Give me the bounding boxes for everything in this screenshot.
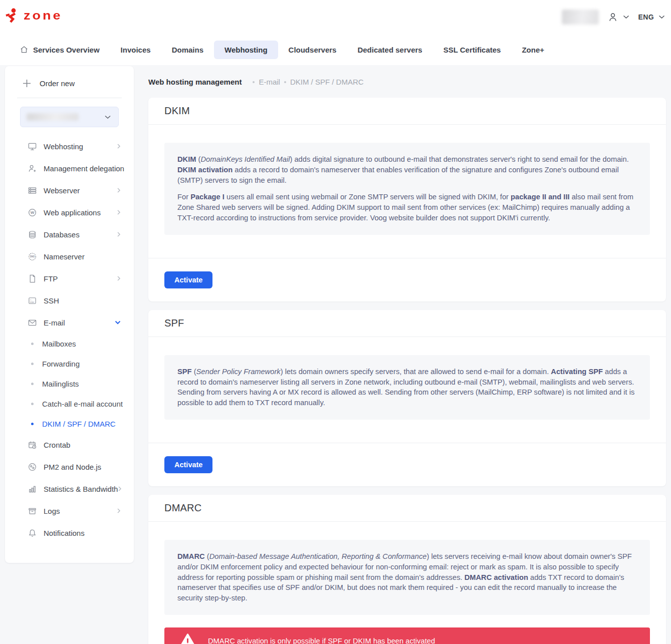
sidebar-item-label: Forwarding	[42, 360, 80, 368]
sidebar-item-label: SSH	[44, 296, 121, 305]
text-run: ) adds digital signature to outbound e-m…	[290, 155, 628, 163]
nav-item-label: SSL Certificates	[443, 46, 501, 54]
sidebar-item-email[interactable]: E-mail	[5, 311, 134, 334]
sidebar-item-statistics-bandwidth[interactable]: Statistics & Bandwidth	[5, 478, 134, 500]
sidebar-item-forwarding[interactable]: Forwarding	[5, 354, 134, 374]
chevron-down-icon	[115, 320, 121, 325]
dkim-card-body: DKIM (DomainKeys Identified Mail) adds d…	[148, 125, 666, 258]
sidebar-item-label: PM2 and Node.js	[44, 463, 121, 471]
nav-item-webhosting[interactable]: Webhosting	[214, 41, 278, 59]
person-plus-icon	[27, 163, 37, 173]
sidebar-item-label: Webserver	[44, 186, 117, 195]
dmarc-info-box: DMARC (Domain-based Message Authenticati…	[164, 540, 650, 615]
sidebar-item-mailboxes[interactable]: Mailboxes	[5, 334, 134, 354]
domain-selector-dropdown[interactable]	[20, 107, 119, 127]
nav-item-label: Invoices	[121, 46, 151, 54]
sidebar-item-label: Catch-all e-mail account	[42, 400, 123, 408]
sidebar-item-logs[interactable]: Logs	[5, 500, 134, 522]
breadcrumb-item-email[interactable]: E-mail	[259, 78, 280, 86]
dkim-info-box: DKIM (DomainKeys Identified Mail) adds d…	[164, 143, 650, 235]
language-selector[interactable]: ENG	[638, 13, 654, 21]
text-run: For	[177, 193, 190, 201]
app-header: zone ENG	[0, 0, 671, 34]
spf-paragraph-1: SPF (Sender Policy Framework) lets domai…	[177, 367, 637, 408]
sidebar-item-webserver[interactable]: Webserver	[5, 179, 134, 201]
nav-item-ssl-certificates[interactable]: SSL Certificates	[433, 41, 512, 59]
sidebar-item-mailinglists[interactable]: Mailinglists	[5, 374, 134, 394]
main-content: Web hosting management E-mail DKIM / SPF…	[148, 66, 666, 644]
breadcrumb-item-dkim-spf-dmarc: DKIM / SPF / DMARC	[290, 78, 364, 86]
sidebar-item-label: Webhosting	[44, 142, 117, 151]
dkim-activate-button[interactable]: Activate	[164, 271, 212, 288]
nav-item-dedicated-servers[interactable]: Dedicated servers	[347, 41, 432, 59]
dkim-title: DKIM	[164, 105, 190, 117]
sidebar-item-label: Mailinglists	[42, 380, 79, 388]
sidebar-item-web-applications[interactable]: W Web applications	[5, 201, 134, 223]
sidebar-item-databases[interactable]: Databases	[5, 223, 134, 245]
spf-title: SPF	[164, 317, 184, 329]
language-chevron-icon[interactable]	[658, 15, 665, 19]
nav-item-services-overview[interactable]: Services Overview	[9, 40, 110, 59]
nav-item-label: Cloudservers	[289, 46, 337, 54]
dmarc-title: DMARC	[164, 502, 201, 514]
sidebar-divider	[17, 98, 122, 98]
dmarc-paragraph-1: DMARC (Domain-based Message Authenticati…	[177, 551, 637, 603]
text-run: package II and III	[511, 193, 570, 201]
home-icon	[20, 45, 29, 54]
sidebar-item-dkim-spf-dmarc[interactable]: DKIM / SPF / DMARC	[5, 414, 134, 434]
sidebar-item-label: FTP	[44, 274, 117, 283]
text-run: users all email sent using webmail or Zo…	[225, 193, 511, 201]
warning-text: DMARC activation is only possible if SPF…	[208, 637, 435, 644]
text-run: DMARC activation	[465, 573, 528, 581]
plus-icon	[23, 79, 31, 88]
spf-card-header: SPF	[148, 310, 666, 337]
sidebar-item-crontab[interactable]: Crontab	[5, 434, 134, 456]
user-icon[interactable]	[607, 12, 618, 23]
dkim-paragraph-1: DKIM (DomainKeys Identified Mail) adds d…	[177, 154, 637, 185]
page-title: Web hosting management	[148, 78, 242, 86]
nav-item-zone-plus[interactable]: Zone+	[511, 41, 555, 59]
nav-item-domains[interactable]: Domains	[161, 41, 214, 59]
sidebar-item-notifications[interactable]: Notifications	[5, 522, 134, 544]
sidebar-item-label: Crontab	[44, 441, 121, 449]
text-run: DMARC	[177, 552, 205, 560]
bullet-icon	[31, 343, 34, 345]
dns-icon: DNS	[27, 251, 37, 261]
text-run: (	[205, 552, 209, 560]
dkim-card-footer: Activate	[148, 258, 666, 301]
sidebar-item-nameserver[interactable]: DNS Nameserver	[5, 245, 134, 267]
spf-info-box: SPF (Sender Policy Framework) lets domai…	[164, 355, 650, 420]
nav-item-cloudservers[interactable]: Cloudservers	[278, 41, 347, 59]
text-run: ) lets domain owners specify servers, th…	[281, 368, 551, 376]
chevron-right-icon	[117, 209, 121, 215]
text-run: Package I	[190, 193, 225, 201]
nav-item-invoices[interactable]: Invoices	[110, 41, 161, 59]
sidebar-item-label: Statistics & Bandwidth	[44, 485, 118, 493]
sidebar-item-label: Databases	[44, 230, 117, 239]
text-run: Domain-based Message Authentication, Rep…	[209, 552, 427, 560]
sidebar-item-pm2-nodejs[interactable]: PM2 and Node.js	[5, 456, 134, 478]
ssh-icon: >_ SSH	[27, 295, 37, 305]
sidebar-item-webhosting[interactable]: Webhosting	[5, 135, 134, 157]
text-run: adds a record to domain's nameserver tha…	[177, 166, 619, 184]
spf-activate-button[interactable]: Activate	[164, 456, 212, 473]
nav-item-label: Domains	[172, 46, 203, 54]
zone-logo[interactable]: zone	[5, 8, 63, 24]
sidebar-item-catch-all-email-account[interactable]: Catch-all e-mail account	[5, 394, 134, 414]
user-menu-chevron-icon[interactable]	[623, 15, 629, 19]
sidebar-item-ftp[interactable]: FTP	[5, 267, 134, 289]
sidebar-item-label: Notifications	[44, 529, 121, 537]
svg-text:DNS: DNS	[30, 255, 35, 258]
dmarc-card: DMARC DMARC (Domain-based Message Authen…	[148, 495, 666, 644]
bar-chart-icon	[27, 484, 37, 494]
order-new-button[interactable]: Order new	[5, 66, 134, 98]
sidebar-item-ssh[interactable]: >_ SSH SSH	[5, 289, 134, 311]
spf-card-body: SPF (Sender Policy Framework) lets domai…	[148, 337, 666, 443]
zone-wordmark: zone	[24, 9, 63, 23]
warning-triangle-icon	[179, 633, 196, 644]
bullet-icon	[31, 423, 34, 425]
envelope-icon	[27, 317, 37, 328]
bell-icon	[27, 528, 37, 538]
sidebar-item-label: Nameserver	[44, 252, 121, 261]
sidebar-item-management-delegation[interactable]: Management delegation	[5, 157, 134, 179]
